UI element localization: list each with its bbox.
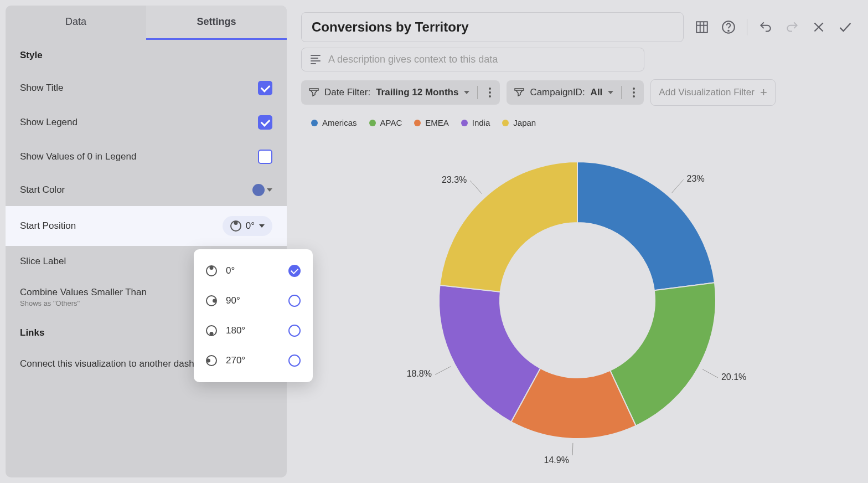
radio (288, 295, 301, 307)
slice-label: 20.1% (721, 372, 746, 382)
table-view-icon[interactable] (694, 19, 710, 35)
chart-legend: AmericasAPACEMEAIndiaJapan (311, 118, 854, 127)
setting-label: Start Color (20, 184, 252, 196)
start-position-dropdown: 0°90°180°270° (194, 249, 313, 382)
setting-label: Show Title (20, 83, 258, 94)
confirm-button[interactable] (837, 19, 854, 35)
setting-show-zero: Show Values of 0 in Legend (6, 140, 287, 174)
chevron-down-icon (608, 91, 613, 94)
sidebar-tabs: Data Settings (6, 6, 287, 40)
description-icon (311, 55, 321, 64)
svg-point-5 (728, 30, 729, 32)
chevron-down-icon (267, 188, 272, 192)
setting-label: Combine Values Smaller Than (20, 287, 147, 298)
main-panel: Conversions by Territory A desc (292, 6, 862, 477)
tab-settings[interactable]: Settings (146, 6, 287, 40)
start-color-picker[interactable] (252, 184, 272, 196)
chevron-down-icon (259, 224, 265, 228)
legend-label: India (472, 118, 490, 127)
setting-start-color: Start Color (6, 174, 287, 206)
filter-date[interactable]: Date Filter: Trailing 12 Months (301, 80, 500, 105)
start-position-value: 0° (246, 220, 255, 232)
position-icon (230, 220, 241, 232)
checkbox-show-title[interactable] (258, 81, 272, 95)
section-style-header: Style (6, 40, 287, 71)
svg-rect-8 (309, 89, 318, 90)
setting-label: Show Legend (20, 117, 258, 128)
start-position-dropdown-trigger[interactable]: 0° (223, 216, 272, 236)
legend-dot (414, 120, 421, 126)
option-label: 270° (226, 355, 245, 366)
svg-line-10 (671, 179, 683, 193)
option-label: 180° (226, 325, 245, 336)
legend-dot (502, 120, 509, 126)
chart-area: 23%20.1%14.9%18.8%23.3% (301, 130, 854, 471)
dropdown-option[interactable]: 180° (194, 316, 313, 346)
checkbox-show-legend[interactable] (258, 115, 272, 130)
divider (621, 86, 622, 99)
legend-dot (311, 120, 318, 126)
topbar: Conversions by Territory (301, 12, 854, 42)
legend-label: Americas (322, 118, 357, 127)
setting-start-position: Start Position 0° (6, 206, 287, 246)
chart-title-input[interactable]: Conversions by Territory (301, 12, 684, 42)
help-icon[interactable] (720, 19, 737, 35)
position-icon (206, 295, 217, 306)
legend-label: Japan (513, 118, 536, 127)
svg-line-11 (702, 369, 718, 378)
radio (288, 354, 301, 367)
radio (288, 325, 301, 337)
more-icon[interactable] (629, 88, 638, 97)
position-icon (206, 265, 217, 276)
description-placeholder: A description gives context to this data (328, 54, 498, 65)
dropdown-option[interactable]: 270° (194, 346, 313, 376)
position-icon (206, 355, 217, 366)
color-swatch (252, 184, 265, 196)
donut-chart: 23%20.1%14.9%18.8%23.3% (422, 145, 732, 455)
radio (288, 265, 301, 277)
setting-label: Show Values of 0 in Legend (20, 151, 258, 162)
setting-sublabel: Shows as "Others" (20, 299, 147, 307)
close-button[interactable] (810, 19, 827, 35)
divider (747, 19, 747, 35)
dropdown-option[interactable]: 90° (194, 286, 313, 316)
legend-item[interactable]: Japan (502, 118, 536, 127)
setting-show-legend: Show Legend (6, 105, 287, 140)
svg-rect-9 (515, 89, 524, 90)
svg-line-12 (572, 443, 573, 455)
dropdown-option[interactable]: 0° (194, 256, 313, 286)
svg-line-13 (435, 367, 451, 375)
description-input[interactable]: A description gives context to this data (301, 48, 644, 71)
more-icon[interactable] (485, 88, 494, 97)
legend-item[interactable]: India (461, 118, 490, 127)
undo-button[interactable] (757, 19, 774, 35)
tab-data[interactable]: Data (6, 6, 146, 40)
divider (477, 86, 478, 99)
legend-item[interactable]: APAC (369, 118, 402, 127)
legend-label: EMEA (425, 118, 449, 127)
add-filter-label: Add Visualization Filter (659, 87, 755, 98)
chevron-down-icon (464, 91, 469, 94)
add-filter-button[interactable]: Add Visualization Filter + (650, 79, 775, 106)
checkbox-show-zero[interactable] (258, 150, 272, 164)
legend-item[interactable]: Americas (311, 118, 357, 127)
plus-icon: + (760, 85, 767, 100)
legend-label: APAC (380, 118, 402, 127)
settings-sidebar: Data Settings Style Show Title Show Lege… (6, 6, 287, 477)
slice-label: 14.9% (544, 455, 569, 465)
position-icon (206, 325, 217, 336)
redo-button[interactable] (784, 19, 800, 35)
filter-label: Date Filter: (324, 87, 370, 98)
slice-label: 18.8% (407, 369, 432, 379)
filter-row: Date Filter: Trailing 12 Months Campaign… (301, 79, 854, 106)
filter-campaign[interactable]: CampaignID: All (507, 80, 644, 105)
slice-label: 23.3% (442, 175, 467, 185)
legend-dot (461, 120, 468, 126)
filter-icon (514, 88, 524, 97)
option-label: 90° (226, 295, 240, 306)
legend-item[interactable]: EMEA (414, 118, 449, 127)
slice-label: 23% (687, 174, 705, 184)
filter-value: Trailing 12 Months (376, 87, 458, 98)
setting-show-title: Show Title (6, 71, 287, 105)
filter-label: CampaignID: (530, 87, 585, 98)
